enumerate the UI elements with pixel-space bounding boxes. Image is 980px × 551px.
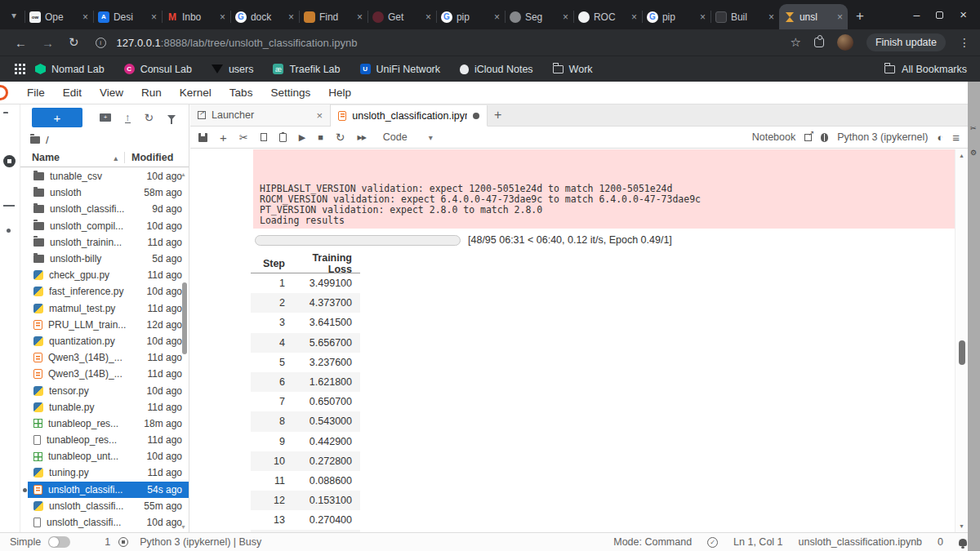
all-bookmarks-button[interactable]: All Bookmarks	[884, 64, 967, 75]
file-list-item[interactable]: unsloth_classifi... 55m ago	[20, 498, 189, 514]
browser-tab[interactable]: ROC	[573, 4, 642, 29]
file-list-item[interactable]: tunableop_res... 11d ago	[20, 432, 189, 448]
file-list-item[interactable]: tensor.py 10d ago	[20, 382, 189, 398]
menu-item[interactable]: View	[91, 87, 132, 99]
file-list-item[interactable]: tuning.py 11d ago	[20, 464, 189, 481]
debugger-icon[interactable]	[821, 133, 828, 142]
apps-grid-icon[interactable]	[15, 64, 17, 66]
file-list-item[interactable]: unsloth_compil... 10d ago	[20, 218, 189, 234]
maximize-icon[interactable]	[936, 11, 943, 19]
tab-close-icon[interactable]	[494, 11, 500, 23]
file-list-item[interactable]: PRU_LLM_train... 12d ago	[20, 317, 189, 333]
insert-cell-icon[interactable]	[220, 131, 227, 144]
bookmark-item[interactable]: Traefik Lab	[273, 64, 340, 75]
tab-launcher[interactable]: Launcher	[190, 104, 331, 126]
bookmark-item[interactable]: Nomad Lab	[35, 64, 105, 75]
file-list-scrollbar[interactable]	[182, 282, 187, 354]
root-folder-icon[interactable]	[30, 136, 40, 144]
restart-run-all-icon[interactable]	[358, 134, 366, 141]
restart-kernel-icon[interactable]	[336, 131, 345, 144]
file-list-item[interactable]: tunable_csv 10d ago	[20, 168, 189, 184]
cell-type-select[interactable]: Code	[383, 131, 433, 143]
bookmark-star-icon[interactable]	[790, 35, 800, 50]
kernel-icon[interactable]	[118, 537, 128, 547]
tab-close-icon[interactable]	[82, 11, 88, 23]
modified-column-header[interactable]: Modified	[131, 152, 182, 163]
browser-tab[interactable]: Seg	[505, 4, 573, 29]
browser-tab[interactable]: Buil	[710, 4, 779, 29]
bookmark-item[interactable]: iCloud Notes	[460, 64, 533, 75]
file-list-item[interactable]: tunableop_unt... 10d ago	[20, 448, 189, 464]
cut-cell-icon[interactable]	[239, 131, 248, 144]
browser-tab[interactable]: dock	[230, 4, 299, 29]
sort-ascending-icon[interactable]	[114, 152, 118, 163]
running-kernels-tab-icon[interactable]	[3, 155, 16, 167]
notebook-scrollbar[interactable]	[955, 149, 968, 532]
browser-tab[interactable]: pip	[436, 4, 505, 29]
copy-cell-icon[interactable]	[261, 133, 267, 141]
file-list-item[interactable]: unsloth 58m ago	[20, 184, 189, 201]
external-link-icon[interactable]	[804, 134, 812, 141]
browser-tab[interactable]: Ope	[24, 4, 93, 29]
site-info-icon[interactable]	[96, 38, 106, 48]
tab-close-icon[interactable]	[563, 11, 568, 23]
menu-item[interactable]: Settings	[261, 87, 319, 99]
url-bar[interactable]: 127.0.0.1:8888/lab/tree/unsloth_classifi…	[117, 37, 358, 49]
notebook-scroll-area[interactable]: HIPBLASLT_VERSION validation: expect 120…	[190, 149, 955, 532]
tab-search-chevron-icon[interactable]	[10, 12, 18, 21]
breadcrumb-root[interactable]: /	[46, 134, 49, 146]
tab-close-icon[interactable]	[425, 11, 431, 23]
file-list-item[interactable]: quantization.py 10d ago	[20, 333, 189, 349]
file-list-item[interactable]: tunable.py 11d ago	[20, 399, 189, 415]
new-tab-button[interactable]: +	[856, 9, 864, 23]
run-cell-icon[interactable]	[299, 132, 305, 143]
finish-update-button[interactable]: Finish update	[866, 33, 946, 51]
file-list-item[interactable]: fast_inference.py 10d ago	[20, 283, 189, 300]
reload-icon[interactable]	[69, 35, 79, 50]
file-list-item[interactable]: check_gpu.py 11d ago	[20, 267, 189, 283]
back-icon[interactable]	[15, 36, 27, 50]
upload-icon[interactable]	[125, 113, 131, 123]
tab-close-icon[interactable]	[151, 11, 157, 23]
menu-item[interactable]: Edit	[54, 87, 91, 99]
minimize-icon[interactable]	[913, 7, 920, 22]
save-icon[interactable]	[198, 133, 207, 142]
new-launcher-button[interactable]: +	[32, 108, 82, 127]
close-launcher-tab-icon[interactable]	[316, 109, 323, 122]
menu-item[interactable]: File	[18, 87, 54, 99]
extensions-icon[interactable]	[814, 38, 824, 47]
kernel-count[interactable]: 1	[105, 536, 110, 548]
bookmark-item[interactable]: users	[212, 64, 254, 75]
file-list-item[interactable]: Qwen3_(14B)_... 11d ago	[20, 366, 189, 382]
new-folder-icon[interactable]	[100, 113, 111, 122]
tab-close-icon[interactable]	[220, 11, 225, 23]
file-list-item[interactable]: tunableop_res... 18m ago	[20, 415, 189, 432]
profile-avatar[interactable]	[837, 34, 853, 51]
menu-item[interactable]: Tabs	[220, 87, 262, 99]
browser-tab[interactable]: pip	[642, 4, 710, 29]
command-mode-label[interactable]: Mode: Command	[613, 536, 692, 548]
file-list-item[interactable]: matmul_test.py 11d ago	[20, 300, 189, 317]
close-window-icon[interactable]	[960, 7, 967, 22]
cursor-position-label[interactable]: Ln 1, Col 1	[733, 536, 782, 548]
scroll-up-icon[interactable]	[959, 153, 964, 158]
tab-close-icon[interactable]	[768, 11, 774, 23]
refresh-file-list-icon[interactable]	[145, 110, 154, 125]
menu-item[interactable]: Kernel	[171, 87, 220, 99]
name-column-header[interactable]: Name	[32, 152, 114, 163]
bookmark-item[interactable]: UniFi Network	[360, 64, 441, 75]
scrollbar-thumb[interactable]	[959, 340, 965, 365]
scroll-down-icon[interactable]	[180, 524, 186, 530]
file-list-item[interactable]: unsloth_classifi... 54s ago	[20, 482, 189, 498]
kernel-busy-indicator-icon[interactable]	[937, 131, 943, 144]
notification-count[interactable]: 0	[938, 536, 943, 548]
add-dock-tab-button[interactable]: +	[494, 108, 501, 122]
toolbar-overflow-icon[interactable]	[952, 131, 960, 144]
tab-close-icon[interactable]	[837, 11, 843, 23]
forward-icon[interactable]	[42, 36, 54, 50]
browser-tab[interactable]: unsl	[779, 4, 848, 29]
tab-notebook[interactable]: unsloth_classification.ipynb	[331, 105, 488, 127]
browser-tab[interactable]: Find	[299, 4, 368, 29]
file-list-item[interactable]: unsloth-billy 5d ago	[20, 251, 189, 267]
kernel-status-label[interactable]: Python 3 (ipykernel) | Busy	[140, 536, 261, 548]
